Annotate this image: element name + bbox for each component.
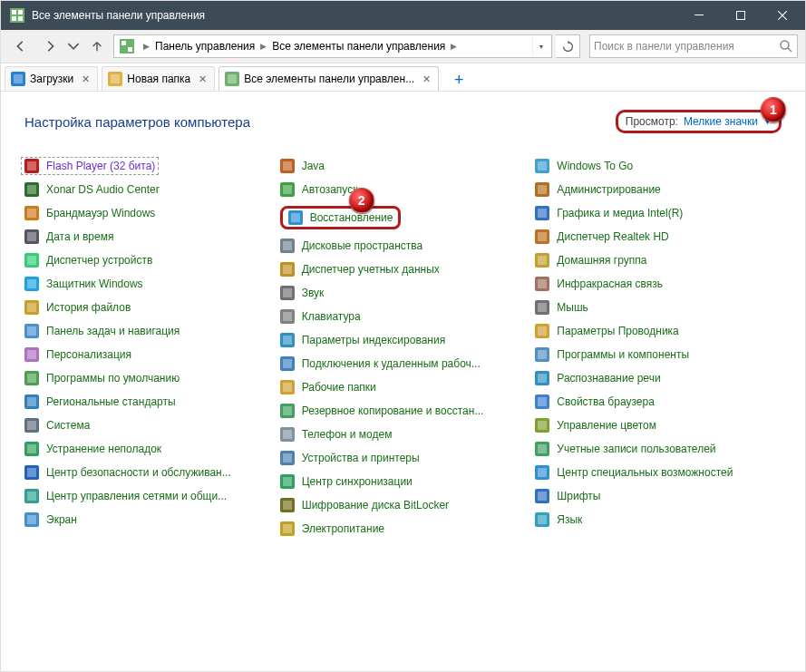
cp-item-sound[interactable]: Звук [280, 286, 527, 300]
svg-rect-21 [27, 185, 36, 194]
cp-item-devmgr[interactable]: Диспетчер устройств [24, 253, 271, 268]
cp-item-recovery[interactable]: Восстановление [280, 206, 402, 229]
cp-item-users[interactable]: Учетные записи пользователей [535, 442, 782, 456]
cp-item-label: Шрифты [557, 490, 600, 502]
cp-item-wtg[interactable]: Windows To Go [535, 159, 782, 173]
address-box[interactable]: ▶ Панель управления ▶ Все элементы панел… [113, 34, 552, 58]
cp-item-flash[interactable]: Flash Player (32 бита) [21, 157, 159, 175]
cp-item-display[interactable]: Экран [24, 512, 271, 527]
tab-close-button[interactable]: ✕ [420, 73, 432, 85]
forward-button[interactable] [37, 34, 63, 59]
breadcrumb[interactable]: Все элементы панели управления [272, 40, 445, 53]
minimize-button[interactable] [678, 1, 720, 30]
cp-item-remote[interactable]: Подключения к удаленным рабоч... [280, 356, 527, 371]
tab-label: Все элементы панели управлен... [244, 73, 414, 85]
cp-item-taskbar[interactable]: Панель задач и навигация [24, 324, 271, 338]
cp-item-label: Центр безопасности и обслуживан... [46, 466, 231, 479]
tab-folder[interactable]: Новая папка ✕ [102, 66, 215, 91]
recovery-icon [288, 210, 303, 225]
phone-icon [280, 427, 295, 442]
cp-item-programs[interactable]: Программы и компоненты [535, 347, 782, 362]
tab-close-button[interactable]: ✕ [196, 73, 209, 85]
up-button[interactable] [84, 34, 110, 59]
svg-rect-107 [538, 444, 547, 453]
cp-item-ir[interactable]: Инфракрасная связь [535, 277, 782, 291]
cp-item-firewall[interactable]: Брандмауэр Windows [24, 206, 271, 220]
cp-item-inetopts[interactable]: Свойства браузера [535, 394, 782, 409]
svg-rect-9 [128, 47, 132, 52]
chevron-right-icon[interactable]: ▶ [260, 42, 267, 51]
cp-item-speech[interactable]: Распознавание речи [535, 371, 782, 385]
programs-icon [535, 347, 549, 362]
cp-item-power[interactable]: Электропитание [280, 521, 527, 536]
cp-item-region[interactable]: Региональные стандарты [24, 394, 271, 409]
cp-item-defaults[interactable]: Программы по умолчанию [24, 371, 271, 385]
homegroup-icon [535, 253, 549, 268]
storage-icon [280, 239, 295, 253]
svg-rect-99 [538, 350, 547, 359]
svg-rect-65 [283, 336, 292, 345]
cp-item-color[interactable]: Управление цветом [535, 418, 782, 433]
cp-item-admin[interactable]: Администрирование [535, 182, 782, 197]
cp-item-printers[interactable]: Устройства и принтеры [280, 451, 527, 465]
address-bar-row: ▶ Панель управления ▶ Все элементы панел… [1, 30, 805, 63]
search-input[interactable]: Поиск в панели управления [589, 34, 798, 58]
cp-item-keyboard[interactable]: Клавиатура [280, 309, 527, 324]
cp-item-history[interactable]: История файлов [24, 300, 271, 315]
cp-item-java[interactable]: Java [280, 159, 527, 173]
cp-item-homegroup[interactable]: Домашняя группа [535, 253, 782, 268]
cp-item-personalize[interactable]: Персонализация [24, 347, 271, 362]
backup-icon [280, 404, 295, 418]
cp-item-explorer[interactable]: Параметры Проводника [535, 324, 782, 338]
cp-item-troubleshoot[interactable]: Устранение неполадок [24, 442, 271, 456]
chevron-right-icon[interactable]: ▶ [143, 42, 150, 51]
cp-item-fonts[interactable]: Шрифты [535, 489, 782, 503]
cp-item-workfolders[interactable]: Рабочие папки [280, 380, 527, 394]
view-selector[interactable]: 1 Просмотр: Мелкие значки ▼ [616, 110, 782, 133]
cp-item-autoplay[interactable]: Автозапуск [280, 182, 527, 197]
speech-icon [535, 371, 549, 385]
realtek-icon [535, 229, 549, 244]
back-button[interactable] [8, 34, 34, 59]
cp-item-credmgr[interactable]: Диспетчер учетных данных [280, 262, 527, 277]
cp-item-index[interactable]: Параметры индексирования [280, 333, 527, 347]
cp-item-sync[interactable]: Центр синхронизации [280, 474, 527, 489]
cp-item-backup[interactable]: Резервное копирование и восстан... [280, 404, 527, 418]
tab-download[interactable]: Загрузки ✕ [5, 66, 98, 91]
maximize-button[interactable] [720, 1, 762, 30]
tab-label: Загрузки [30, 73, 73, 85]
cp-item-phone[interactable]: Телефон и модем [280, 427, 527, 442]
svg-rect-69 [283, 383, 292, 392]
svg-rect-63 [283, 312, 292, 321]
cp-item-system[interactable]: Система [24, 418, 271, 433]
cp-item-realtek[interactable]: Диспетчер Realtek HD [535, 229, 782, 244]
cp-item-security[interactable]: Центр безопасности и обслуживан... [24, 465, 271, 480]
cp-item-bitlocker[interactable]: Шифрование диска BitLocker [280, 498, 527, 512]
svg-rect-105 [538, 421, 547, 430]
refresh-button[interactable] [556, 34, 580, 58]
tab-cp[interactable]: Все элементы панели управлен... ✕ [218, 66, 439, 91]
cp-item-intel[interactable]: Графика и медиа Intel(R) [535, 206, 782, 220]
address-dropdown[interactable]: ▾ [532, 36, 549, 56]
new-tab-button[interactable]: + [448, 69, 470, 91]
cp-item-storage[interactable]: Дисковые пространства [280, 239, 527, 253]
cp-item-label: Электропитание [302, 522, 384, 535]
cp-item-network[interactable]: Центр управления сетями и общи... [24, 489, 271, 503]
cp-item-defender[interactable]: Защитник Windows [24, 277, 271, 291]
breadcrumb[interactable]: Панель управления [155, 40, 255, 53]
svg-rect-37 [27, 374, 36, 383]
tab-close-button[interactable]: ✕ [79, 73, 92, 85]
recent-locations-button[interactable] [66, 34, 81, 59]
chevron-right-icon[interactable]: ▶ [451, 42, 457, 51]
cp-item-mouse[interactable]: Мышь [535, 300, 782, 315]
cp-item-label: Шифрование диска BitLocker [302, 499, 449, 511]
control-panel-icon [120, 39, 134, 54]
close-button[interactable] [762, 1, 803, 30]
region-icon [24, 394, 39, 409]
svg-rect-91 [538, 256, 547, 265]
cp-item-clock[interactable]: Дата и время [24, 229, 271, 244]
cp-item-language[interactable]: Язык [535, 512, 782, 527]
cp-item-ease[interactable]: Центр специальных возможностей [535, 465, 782, 480]
view-value: Мелкие значки [684, 115, 758, 128]
cp-item-audio[interactable]: Xonar DS Audio Center [24, 182, 271, 197]
